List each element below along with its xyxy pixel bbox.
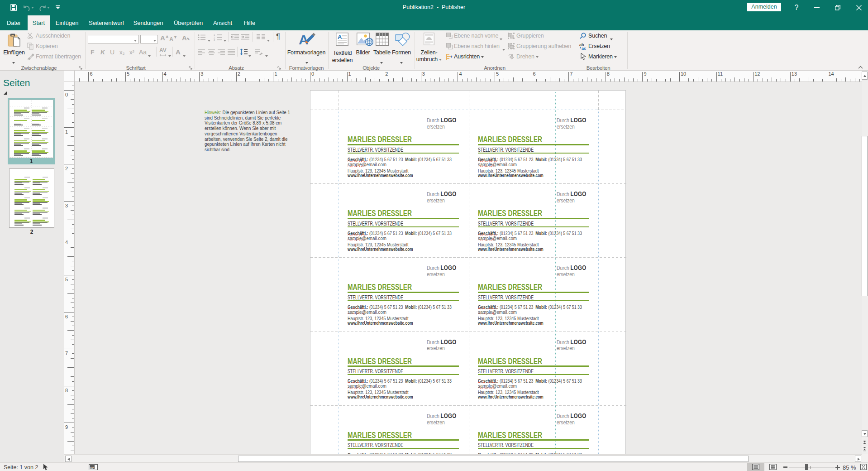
svg-text:A: A xyxy=(338,34,342,40)
svg-text:ac: ac xyxy=(582,46,586,50)
svg-text:xy: xy xyxy=(90,466,94,470)
svg-text:3: 3 xyxy=(214,38,215,41)
svg-text:A: A xyxy=(299,32,309,47)
